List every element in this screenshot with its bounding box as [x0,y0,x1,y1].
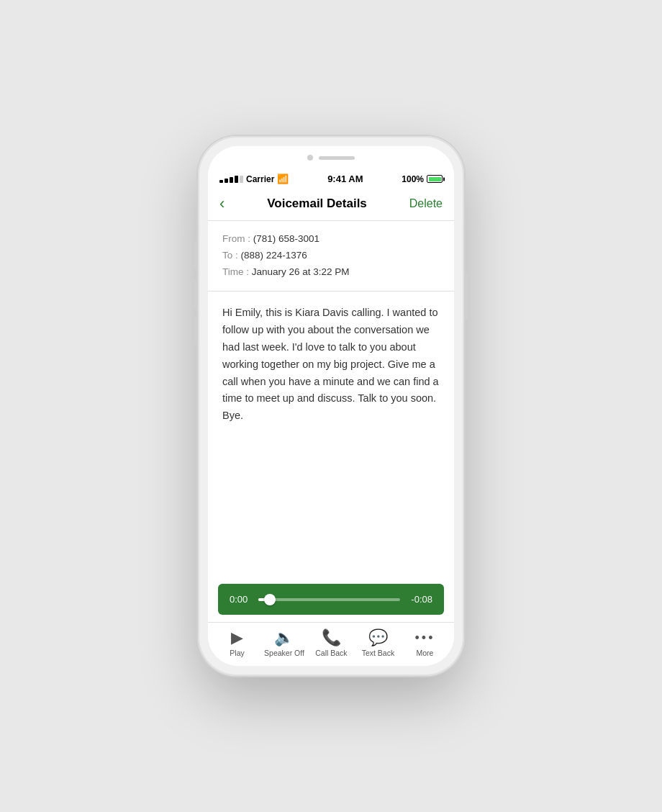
more-button[interactable]: ••• More [405,631,445,657]
time-row: Time : January 26 at 3:22 PM [222,264,440,281]
phone-icon: 📞 [322,630,341,646]
content-area: From : (781) 658-3001 To : (888) 224-137… [208,221,454,666]
textback-button[interactable]: 💬 Text Back [358,630,398,657]
from-row: From : (781) 658-3001 [222,231,440,248]
callback-button[interactable]: 📞 Call Back [312,630,351,657]
battery-icon [427,175,443,183]
wifi-icon: 📶 [277,173,289,184]
audio-thumb[interactable] [264,594,276,605]
audio-time-end: -0:08 [407,594,432,605]
more-icon: ••• [415,631,435,646]
transcript-section: Hi Emily, this is Kiara Davis calling. I… [208,292,454,577]
bottom-toolbar: ▶ Play 🔈 Speaker Off 📞 Call Back 💬 Text … [208,622,454,666]
nav-bar: ‹ Voicemail Details Delete [208,189,454,221]
callback-label: Call Back [315,649,347,657]
message-icon: 💬 [368,630,388,646]
status-bar: Carrier 📶 9:41 AM 100% [208,171,454,189]
page-title: Voicemail Details [267,197,367,211]
audio-player[interactable]: 0:00 -0:08 [218,584,444,615]
audio-time-start: 0:00 [230,594,251,605]
battery-percent: 100% [402,174,424,184]
status-left: Carrier 📶 [219,173,289,184]
play-label: Play [230,649,244,657]
voicemail-info: From : (781) 658-3001 To : (888) 224-137… [208,221,454,292]
speaker-icon: 🔈 [274,630,294,646]
camera-area [307,155,355,161]
time-label: Time : [222,266,249,277]
to-value: (888) 224-1376 [241,250,307,261]
phone-screen: Carrier 📶 9:41 AM 100% ‹ Voicemail Detai… [208,146,454,666]
speaker-label: Speaker Off [264,649,304,657]
camera-dot [307,155,313,161]
status-time: 9:41 AM [327,173,363,184]
from-value: (781) 658-3001 [253,233,319,244]
status-right: 100% [402,174,443,184]
to-row: To : (888) 224-1376 [222,248,440,264]
to-label: To : [222,250,238,261]
play-icon: ▶ [231,630,243,646]
speaker-button[interactable]: 🔈 Speaker Off [264,630,304,657]
more-label: More [417,649,434,657]
audio-slider[interactable] [258,598,400,601]
carrier-label: Carrier [246,174,274,184]
play-button[interactable]: ▶ Play [217,630,257,657]
time-value: January 26 at 3:22 PM [252,266,350,277]
phone-device: Carrier 📶 9:41 AM 100% ‹ Voicemail Detai… [198,136,464,676]
earpiece [319,156,355,160]
delete-button[interactable]: Delete [409,197,443,210]
from-label: From : [222,233,250,244]
back-button[interactable]: ‹ [219,194,225,213]
phone-notch [208,146,454,171]
textback-label: Text Back [362,649,395,657]
signal-icon [219,176,243,183]
transcript-text: Hi Emily, this is Kiara Davis calling. I… [222,304,440,425]
